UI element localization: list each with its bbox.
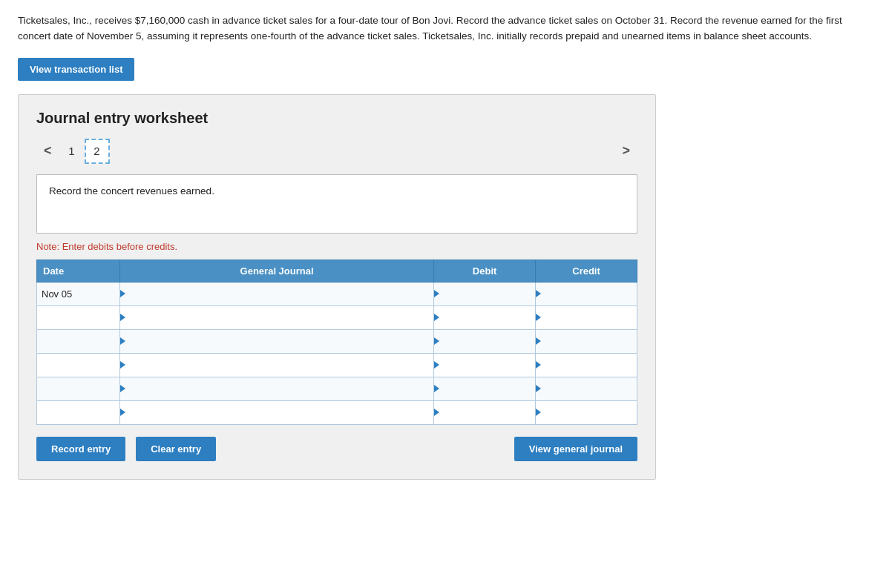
debit-cell-6[interactable] — [434, 400, 536, 424]
table-row — [37, 353, 637, 377]
intro-text: Ticketsales, Inc., receives $7,160,000 c… — [18, 13, 864, 44]
view-general-journal-button[interactable]: View general journal — [514, 437, 637, 461]
credit-input-5[interactable] — [540, 377, 632, 400]
col-date: Date — [37, 260, 120, 282]
row-arrow-6 — [120, 409, 125, 416]
debit-arrow-5 — [434, 385, 439, 392]
date-cell-1: Nov 05 — [37, 282, 120, 305]
credit-arrow-1 — [536, 290, 541, 297]
debit-cell-1[interactable] — [434, 282, 536, 305]
view-transaction-button[interactable]: View transaction list — [18, 58, 134, 81]
table-row — [37, 400, 637, 424]
journal-cell-3[interactable] — [120, 329, 434, 353]
nav-left-arrow[interactable]: < — [36, 143, 59, 159]
credit-arrow-5 — [536, 385, 541, 392]
record-entry-button[interactable]: Record entry — [36, 437, 125, 461]
credit-arrow-4 — [536, 361, 541, 369]
tab-2[interactable]: 2 — [85, 139, 110, 164]
journal-input-2[interactable] — [125, 306, 429, 329]
debit-input-6[interactable] — [439, 401, 531, 424]
debit-input-5[interactable] — [439, 377, 531, 400]
debit-arrow-2 — [434, 314, 439, 321]
col-debit: Debit — [434, 260, 536, 282]
note-text: Note: Enter debits before credits. — [36, 241, 637, 252]
date-cell-3 — [37, 329, 120, 353]
date-cell-4 — [37, 353, 120, 377]
table-row — [37, 329, 637, 353]
col-general-journal: General Journal — [120, 260, 434, 282]
credit-cell-1[interactable] — [536, 282, 637, 305]
debit-cell-3[interactable] — [434, 329, 536, 353]
row-arrow-5 — [120, 385, 125, 392]
table-row — [37, 377, 637, 400]
debit-arrow-1 — [434, 290, 439, 297]
journal-input-3[interactable] — [125, 330, 429, 353]
journal-input-4[interactable] — [125, 354, 429, 377]
debit-input-3[interactable] — [439, 330, 531, 353]
table-row: Nov 05 — [37, 282, 637, 305]
table-row — [37, 305, 637, 329]
journal-input-6[interactable] — [125, 401, 429, 424]
description-box: Record the concert revenues earned. — [36, 174, 637, 234]
worksheet-title: Journal entry worksheet — [36, 110, 637, 127]
journal-cell-1[interactable] — [120, 282, 434, 305]
credit-input-6[interactable] — [540, 401, 632, 424]
credit-arrow-6 — [536, 409, 541, 416]
date-cell-6 — [37, 400, 120, 424]
journal-cell-4[interactable] — [120, 353, 434, 377]
tab-1[interactable]: 1 — [59, 139, 85, 164]
debit-input-2[interactable] — [439, 306, 531, 329]
credit-input-3[interactable] — [540, 330, 632, 353]
journal-cell-5[interactable] — [120, 377, 434, 400]
nav-right-arrow[interactable]: > — [614, 143, 637, 159]
credit-arrow-3 — [536, 337, 541, 345]
date-cell-2 — [37, 305, 120, 329]
credit-cell-2[interactable] — [536, 305, 637, 329]
buttons-row: Record entry Clear entry View general jo… — [36, 437, 637, 461]
row-arrow-3 — [120, 337, 125, 345]
credit-input-2[interactable] — [540, 306, 632, 329]
worksheet-container: Journal entry worksheet < 1 2 > Record t… — [18, 94, 656, 480]
journal-table: Date General Journal Debit Credit Nov 05 — [36, 260, 637, 425]
credit-cell-5[interactable] — [536, 377, 637, 400]
row-arrow-2 — [120, 314, 125, 321]
credit-input-1[interactable] — [540, 283, 632, 305]
debit-arrow-6 — [434, 409, 439, 416]
clear-entry-button[interactable]: Clear entry — [136, 437, 216, 461]
debit-input-4[interactable] — [439, 354, 531, 377]
debit-arrow-3 — [434, 337, 439, 345]
credit-cell-3[interactable] — [536, 329, 637, 353]
debit-cell-5[interactable] — [434, 377, 536, 400]
debit-cell-4[interactable] — [434, 353, 536, 377]
debit-cell-2[interactable] — [434, 305, 536, 329]
journal-input-1[interactable] — [125, 283, 429, 305]
credit-arrow-2 — [536, 314, 541, 321]
credit-cell-6[interactable] — [536, 400, 637, 424]
debit-input-1[interactable] — [439, 283, 531, 305]
description-text: Record the concert revenues earned. — [49, 185, 214, 196]
journal-cell-6[interactable] — [120, 400, 434, 424]
credit-cell-4[interactable] — [536, 353, 637, 377]
row-arrow-4 — [120, 361, 125, 369]
col-credit: Credit — [536, 260, 637, 282]
journal-input-5[interactable] — [125, 377, 429, 400]
journal-cell-2[interactable] — [120, 305, 434, 329]
date-cell-5 — [37, 377, 120, 400]
tab-navigation: < 1 2 > — [36, 139, 637, 164]
credit-input-4[interactable] — [540, 354, 632, 377]
row-arrow-1 — [120, 290, 125, 297]
debit-arrow-4 — [434, 361, 439, 369]
